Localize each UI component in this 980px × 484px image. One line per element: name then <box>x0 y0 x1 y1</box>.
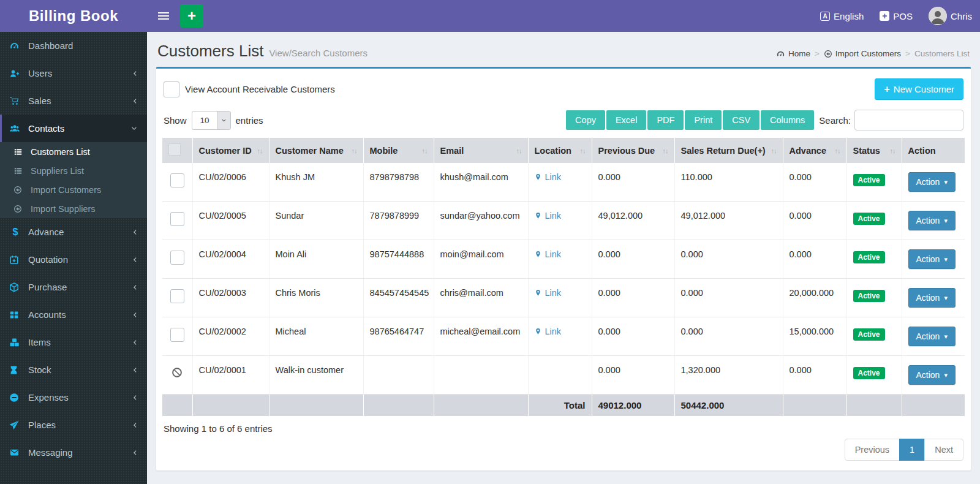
sidebar-item-quotation[interactable]: Quotation <box>0 246 147 273</box>
location-link[interactable]: Link <box>535 288 562 298</box>
user-menu[interactable]: Chris <box>921 0 980 32</box>
action-button[interactable]: Action▾ <box>908 365 956 385</box>
minus-circle-icon <box>9 393 21 403</box>
sidebar-item-users[interactable]: Users <box>0 59 147 87</box>
column-label: Customer Name <box>276 146 344 156</box>
sort-icon[interactable]: ↑↓ <box>422 147 428 154</box>
col-status[interactable]: Status↑↓ <box>846 138 902 163</box>
receivable-checkbox-label: View Account Receivable Customers <box>185 84 335 94</box>
column-label: Location <box>535 146 571 156</box>
quick-add-button[interactable]: + <box>180 4 203 28</box>
advance: 0.000 <box>790 211 812 221</box>
sort-icon[interactable]: ↑↓ <box>516 147 522 154</box>
action-label: Action <box>916 254 940 264</box>
page-size-select[interactable]: 10 <box>192 111 231 130</box>
caret-down-icon: ▾ <box>944 333 948 340</box>
location-link[interactable]: Link <box>535 327 562 336</box>
location-link[interactable]: Link <box>535 172 562 182</box>
sidebar: Dashboard Users Sales Contacts Customers… <box>0 32 147 484</box>
envelope-icon <box>9 448 21 457</box>
action-button[interactable]: Action▾ <box>908 172 956 192</box>
pagination-page-1[interactable]: 1 <box>899 439 925 461</box>
sort-icon[interactable]: ↑↓ <box>257 147 263 154</box>
column-label: Sales Return Due(+) <box>681 146 766 156</box>
advance: 20,000.000 <box>790 288 834 298</box>
new-customer-button[interactable]: + New Customer <box>875 78 963 100</box>
pos-button[interactable]: + POS <box>872 0 921 32</box>
chevron-left-icon <box>132 449 138 456</box>
sidebar-item-messaging[interactable]: Messaging <box>0 439 147 466</box>
sidebar-item-contacts[interactable]: Contacts <box>0 115 147 142</box>
sort-icon[interactable]: ↑↓ <box>580 147 586 154</box>
copy-button[interactable]: Copy <box>566 110 605 130</box>
breadcrumb-import-customers[interactable]: Import Customers <box>824 49 901 58</box>
pdf-button[interactable]: PDF <box>647 110 684 130</box>
app-logo[interactable]: Billing Book <box>0 0 147 32</box>
select-all-checkbox[interactable] <box>168 143 181 156</box>
language-menu[interactable]: A English <box>812 0 872 32</box>
sidebar-item-label: Advance <box>28 227 64 237</box>
row-checkbox[interactable] <box>170 328 184 342</box>
submenu-item-import-suppliers[interactable]: Import Suppliers <box>0 199 147 218</box>
location-link[interactable]: Link <box>535 211 562 221</box>
row-checkbox[interactable] <box>170 251 184 265</box>
sidebar-item-advance[interactable]: $ Advance <box>0 218 147 246</box>
action-button[interactable]: Action▾ <box>908 211 956 230</box>
col-previous-due[interactable]: Previous Due↑↓ <box>592 138 674 163</box>
sidebar-item-items[interactable]: Items <box>0 328 147 356</box>
chevron-left-icon <box>132 97 138 105</box>
csv-button[interactable]: CSV <box>723 110 760 130</box>
pagination-previous[interactable]: Previous <box>845 439 900 461</box>
action-button[interactable]: Action▾ <box>908 327 956 346</box>
map-pin-icon <box>535 327 541 336</box>
sidebar-item-label: Dashboard <box>28 40 73 51</box>
sidebar-item-dashboard[interactable]: Dashboard <box>0 32 147 59</box>
sort-icon[interactable]: ↑↓ <box>890 147 895 154</box>
submenu-item-customers-list[interactable]: Customers List <box>0 142 147 161</box>
previous-due: 0.000 <box>598 327 620 336</box>
sort-icon[interactable]: ↑↓ <box>771 147 777 154</box>
sidebar-item-stock[interactable]: Stock <box>0 356 147 384</box>
total-previous-due: 49012.000 <box>598 400 642 410</box>
breadcrumb-home[interactable]: Home <box>776 49 810 58</box>
search-input[interactable] <box>854 110 963 130</box>
submenu-item-suppliers-list[interactable]: Suppliers List <box>0 161 147 180</box>
mobile: 7879878999 <box>370 211 420 221</box>
sort-icon[interactable]: ↑↓ <box>835 147 840 154</box>
sidebar-item-purchase[interactable]: Purchase <box>0 273 147 301</box>
sort-icon[interactable]: ↑↓ <box>352 147 357 154</box>
receivable-checkbox[interactable] <box>164 81 179 97</box>
row-checkbox[interactable] <box>170 173 184 187</box>
sidebar-item-places[interactable]: Places <box>0 411 147 439</box>
columns-button[interactable]: Columns <box>761 110 814 130</box>
sidebar-item-sales[interactable]: Sales <box>0 87 147 115</box>
submenu-item-import-customers[interactable]: Import Customers <box>0 180 147 199</box>
customer-id: CU/02/0006 <box>199 172 246 182</box>
sort-icon[interactable]: ↑↓ <box>663 147 668 154</box>
col-email[interactable]: Email↑↓ <box>434 138 528 163</box>
excel-button[interactable]: Excel <box>606 110 646 130</box>
col-customer-name[interactable]: Customer Name↑↓ <box>269 138 363 163</box>
action-button[interactable]: Action▾ <box>908 288 956 308</box>
user-plus-icon <box>9 69 21 78</box>
sidebar-item-accounts[interactable]: Accounts <box>0 301 147 328</box>
action-button[interactable]: Action▾ <box>908 249 956 269</box>
print-button[interactable]: Print <box>685 110 722 130</box>
grid-icon <box>9 310 21 320</box>
col-advance[interactable]: Advance↑↓ <box>783 138 846 163</box>
customer-name: Walk-in customer <box>276 365 344 375</box>
col-customer-id[interactable]: Customer ID↑↓ <box>192 138 269 163</box>
status-badge: Active <box>853 213 885 225</box>
pagination-next[interactable]: Next <box>924 439 963 461</box>
col-mobile[interactable]: Mobile↑↓ <box>363 138 434 163</box>
row-checkbox[interactable] <box>170 212 184 226</box>
sidebar-item-label: Contacts <box>28 123 64 134</box>
sidebar-toggle-button[interactable] <box>147 0 180 32</box>
col-location[interactable]: Location↑↓ <box>528 138 592 163</box>
customer-id: CU/02/0002 <box>199 327 246 336</box>
col-sales-return-due[interactable]: Sales Return Due(+)↑↓ <box>674 138 783 163</box>
row-checkbox[interactable] <box>170 289 184 303</box>
location-link[interactable]: Link <box>535 249 562 259</box>
language-label: English <box>834 11 864 21</box>
sidebar-item-expenses[interactable]: Expenses <box>0 384 147 411</box>
